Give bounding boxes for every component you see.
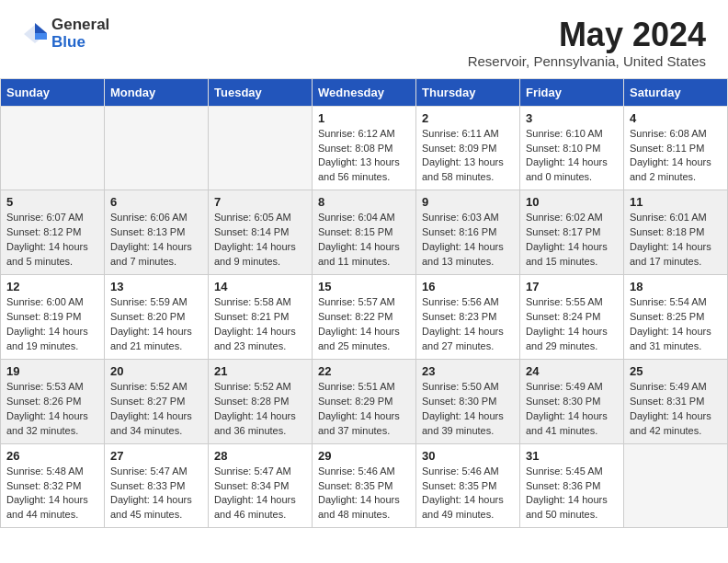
day-number: 27 xyxy=(110,449,202,463)
title-block: May 2024 Reservoir, Pennsylvania, United… xyxy=(468,17,706,69)
day-info: Sunrise: 6:01 AM Sunset: 8:18 PM Dayligh… xyxy=(630,211,722,270)
day-number: 16 xyxy=(422,280,514,293)
table-row: 10Sunrise: 6:02 AM Sunset: 8:17 PM Dayli… xyxy=(520,190,624,275)
table-row xyxy=(209,106,313,190)
calendar-week-row: 12Sunrise: 6:00 AM Sunset: 8:19 PM Dayli… xyxy=(1,275,728,360)
day-info: Sunrise: 5:52 AM Sunset: 8:27 PM Dayligh… xyxy=(110,380,202,439)
table-row: 6Sunrise: 6:06 AM Sunset: 8:13 PM Daylig… xyxy=(105,190,209,275)
day-number: 20 xyxy=(110,364,202,378)
table-row: 14Sunrise: 5:58 AM Sunset: 8:21 PM Dayli… xyxy=(209,275,313,360)
day-number: 5 xyxy=(6,195,98,209)
col-friday: Friday xyxy=(520,78,624,106)
day-info: Sunrise: 5:47 AM Sunset: 8:34 PM Dayligh… xyxy=(214,465,306,523)
table-row: 13Sunrise: 5:59 AM Sunset: 8:20 PM Dayli… xyxy=(105,275,209,360)
logo-text: General Blue xyxy=(51,17,109,51)
day-info: Sunrise: 6:07 AM Sunset: 8:12 PM Dayligh… xyxy=(6,211,98,270)
day-number: 11 xyxy=(630,195,722,209)
day-info: Sunrise: 6:10 AM Sunset: 8:10 PM Dayligh… xyxy=(526,127,618,186)
day-info: Sunrise: 6:02 AM Sunset: 8:17 PM Dayligh… xyxy=(526,211,618,270)
table-row: 22Sunrise: 5:51 AM Sunset: 8:29 PM Dayli… xyxy=(313,359,416,443)
day-number: 10 xyxy=(526,195,618,209)
table-row: 4Sunrise: 6:08 AM Sunset: 8:11 PM Daylig… xyxy=(624,106,728,190)
table-row: 28Sunrise: 5:47 AM Sunset: 8:34 PM Dayli… xyxy=(209,443,313,528)
col-tuesday: Tuesday xyxy=(209,78,313,106)
table-row: 20Sunrise: 5:52 AM Sunset: 8:27 PM Dayli… xyxy=(105,359,209,443)
calendar-header-row: Sunday Monday Tuesday Wednesday Thursday… xyxy=(1,78,728,106)
col-monday: Monday xyxy=(105,78,209,106)
day-number: 1 xyxy=(318,111,410,125)
day-number: 4 xyxy=(630,111,722,125)
table-row: 21Sunrise: 5:52 AM Sunset: 8:28 PM Dayli… xyxy=(209,359,313,443)
table-row: 26Sunrise: 5:48 AM Sunset: 8:32 PM Dayli… xyxy=(1,443,105,528)
calendar-table: Sunday Monday Tuesday Wednesday Thursday… xyxy=(0,78,728,529)
calendar-week-row: 5Sunrise: 6:07 AM Sunset: 8:12 PM Daylig… xyxy=(1,190,728,275)
day-info: Sunrise: 5:52 AM Sunset: 8:28 PM Dayligh… xyxy=(214,380,306,439)
table-row xyxy=(624,443,728,528)
table-row: 11Sunrise: 6:01 AM Sunset: 8:18 PM Dayli… xyxy=(624,190,728,275)
header: General Blue May 2024 Reservoir, Pennsyl… xyxy=(0,0,728,78)
day-number: 21 xyxy=(214,364,306,378)
logo: General Blue xyxy=(22,17,109,51)
table-row: 29Sunrise: 5:46 AM Sunset: 8:35 PM Dayli… xyxy=(313,443,416,528)
day-info: Sunrise: 5:53 AM Sunset: 8:26 PM Dayligh… xyxy=(6,380,98,439)
day-info: Sunrise: 6:05 AM Sunset: 8:14 PM Dayligh… xyxy=(214,211,306,270)
calendar-week-row: 19Sunrise: 5:53 AM Sunset: 8:26 PM Dayli… xyxy=(1,359,728,443)
table-row: 12Sunrise: 6:00 AM Sunset: 8:19 PM Dayli… xyxy=(1,275,105,360)
day-info: Sunrise: 5:56 AM Sunset: 8:23 PM Dayligh… xyxy=(422,295,514,354)
day-info: Sunrise: 5:46 AM Sunset: 8:35 PM Dayligh… xyxy=(422,465,514,523)
day-number: 6 xyxy=(110,195,202,209)
table-row: 9Sunrise: 6:03 AM Sunset: 8:16 PM Daylig… xyxy=(416,190,520,275)
day-number: 25 xyxy=(630,364,722,378)
logo-icon xyxy=(22,21,48,47)
day-info: Sunrise: 6:00 AM Sunset: 8:19 PM Dayligh… xyxy=(6,295,98,354)
day-number: 13 xyxy=(110,280,202,293)
col-thursday: Thursday xyxy=(416,78,520,106)
day-info: Sunrise: 6:11 AM Sunset: 8:09 PM Dayligh… xyxy=(422,127,514,186)
day-number: 3 xyxy=(526,111,618,125)
day-info: Sunrise: 6:12 AM Sunset: 8:08 PM Dayligh… xyxy=(318,127,410,186)
title-location: Reservoir, Pennsylvania, United States xyxy=(468,53,706,69)
day-number: 22 xyxy=(318,364,410,378)
day-info: Sunrise: 5:49 AM Sunset: 8:30 PM Dayligh… xyxy=(526,380,618,439)
day-info: Sunrise: 5:58 AM Sunset: 8:21 PM Dayligh… xyxy=(214,295,306,354)
table-row: 31Sunrise: 5:45 AM Sunset: 8:36 PM Dayli… xyxy=(520,443,624,528)
day-info: Sunrise: 5:46 AM Sunset: 8:35 PM Dayligh… xyxy=(318,465,410,523)
day-number: 18 xyxy=(630,280,722,293)
day-info: Sunrise: 6:06 AM Sunset: 8:13 PM Dayligh… xyxy=(110,211,202,270)
table-row: 18Sunrise: 5:54 AM Sunset: 8:25 PM Dayli… xyxy=(624,275,728,360)
logo-general-text: General xyxy=(51,17,109,34)
day-info: Sunrise: 5:49 AM Sunset: 8:31 PM Dayligh… xyxy=(630,380,722,439)
day-number: 28 xyxy=(214,449,306,463)
table-row: 25Sunrise: 5:49 AM Sunset: 8:31 PM Dayli… xyxy=(624,359,728,443)
table-row: 2Sunrise: 6:11 AM Sunset: 8:09 PM Daylig… xyxy=(416,106,520,190)
day-number: 12 xyxy=(6,280,98,293)
table-row xyxy=(1,106,105,190)
calendar-week-row: 26Sunrise: 5:48 AM Sunset: 8:32 PM Dayli… xyxy=(1,443,728,528)
day-info: Sunrise: 6:03 AM Sunset: 8:16 PM Dayligh… xyxy=(422,211,514,270)
table-row: 19Sunrise: 5:53 AM Sunset: 8:26 PM Dayli… xyxy=(1,359,105,443)
day-info: Sunrise: 5:51 AM Sunset: 8:29 PM Dayligh… xyxy=(318,380,410,439)
day-number: 29 xyxy=(318,449,410,463)
table-row: 17Sunrise: 5:55 AM Sunset: 8:24 PM Dayli… xyxy=(520,275,624,360)
page: General Blue May 2024 Reservoir, Pennsyl… xyxy=(0,0,728,528)
col-wednesday: Wednesday xyxy=(313,78,416,106)
col-sunday: Sunday xyxy=(1,78,105,106)
day-info: Sunrise: 5:59 AM Sunset: 8:20 PM Dayligh… xyxy=(110,295,202,354)
table-row: 27Sunrise: 5:47 AM Sunset: 8:33 PM Dayli… xyxy=(105,443,209,528)
day-info: Sunrise: 5:54 AM Sunset: 8:25 PM Dayligh… xyxy=(630,295,722,354)
table-row xyxy=(105,106,209,190)
day-number: 26 xyxy=(6,449,98,463)
day-info: Sunrise: 5:57 AM Sunset: 8:22 PM Dayligh… xyxy=(318,295,410,354)
day-number: 17 xyxy=(526,280,618,293)
day-number: 19 xyxy=(6,364,98,378)
svg-marker-1 xyxy=(35,23,47,33)
day-number: 30 xyxy=(422,449,514,463)
day-info: Sunrise: 5:55 AM Sunset: 8:24 PM Dayligh… xyxy=(526,295,618,354)
day-info: Sunrise: 5:47 AM Sunset: 8:33 PM Dayligh… xyxy=(110,465,202,523)
day-info: Sunrise: 6:04 AM Sunset: 8:15 PM Dayligh… xyxy=(318,211,410,270)
day-number: 7 xyxy=(214,195,306,209)
day-info: Sunrise: 6:08 AM Sunset: 8:11 PM Dayligh… xyxy=(630,127,722,186)
col-saturday: Saturday xyxy=(624,78,728,106)
day-number: 14 xyxy=(214,280,306,293)
day-info: Sunrise: 5:45 AM Sunset: 8:36 PM Dayligh… xyxy=(526,465,618,523)
